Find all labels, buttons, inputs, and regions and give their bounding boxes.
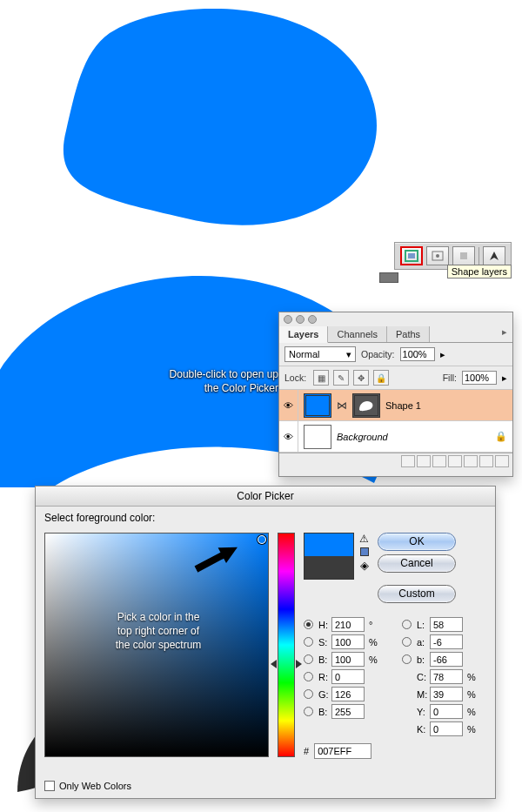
layer-name: Background [337, 432, 388, 442]
link-layers-button[interactable] [401, 455, 415, 467]
dialog-title: Color Picker [36, 487, 495, 507]
radio-s[interactable] [304, 637, 313, 647]
color-spectrum[interactable]: Pick a color in the top right corner of … [44, 533, 269, 757]
g-input[interactable] [331, 687, 365, 701]
visibility-toggle[interactable]: 👁 [279, 390, 298, 420]
s-input[interactable] [331, 634, 365, 649]
radio-l[interactable] [402, 620, 412, 629]
tab-channels[interactable]: Channels [328, 326, 386, 342]
current-color-swatch[interactable] [304, 556, 353, 579]
lock-icon: 🔒 [495, 431, 507, 442]
lock-position-button[interactable]: ✥ [353, 370, 369, 386]
tab-paths[interactable]: Paths [387, 326, 430, 342]
ok-button[interactable]: OK [378, 533, 456, 551]
layer-name: Shape 1 [385, 400, 421, 411]
panel-menu-icon[interactable]: ▸ [497, 326, 512, 342]
cancel-button[interactable]: Cancel [378, 554, 456, 573]
annotation-text: the Color Picker [204, 382, 278, 394]
lock-all-button[interactable]: 🔒 [373, 370, 389, 386]
lock-fill-row: Lock: ▦ ✎ ✥ 🔒 Fill: ▸ [279, 366, 512, 390]
new-group-button[interactable] [448, 455, 462, 467]
minimize-dot[interactable] [296, 315, 304, 324]
b2-input[interactable] [430, 652, 463, 667]
link-icon: ⋈ [337, 399, 347, 412]
close-dot[interactable] [284, 315, 292, 324]
h-input[interactable] [331, 617, 365, 632]
lock-label: Lock: [284, 372, 306, 383]
gamut-warning-icon[interactable]: ⚠ [359, 533, 369, 545]
tooltip: Shape layers [447, 265, 512, 278]
layer-thumb[interactable] [304, 425, 331, 449]
zoom-dot[interactable] [308, 315, 317, 324]
svg-rect-2 [408, 253, 415, 258]
annotation-text: Double-click to open up [170, 368, 278, 380]
opacity-input[interactable] [400, 347, 435, 361]
websafe-warning-icon[interactable]: ◈ [360, 559, 369, 572]
radio-b[interactable] [304, 654, 313, 664]
color-picker-dialog: Color Picker Select foreground color: Pi… [35, 486, 496, 799]
y-input[interactable] [430, 704, 463, 719]
visibility-toggle[interactable]: 👁 [279, 421, 298, 452]
layer-mask-button[interactable] [432, 455, 446, 467]
l-input[interactable] [430, 617, 463, 632]
k-input[interactable] [430, 721, 463, 736]
radio-r[interactable] [304, 672, 313, 681]
radio-b2[interactable] [402, 654, 412, 664]
delete-layer-button[interactable] [495, 455, 509, 467]
layers-panel: Layers Channels Paths ▸ Normal▾ Opacity:… [278, 312, 513, 477]
shape-layers-icon [405, 250, 418, 262]
radio-h[interactable] [304, 620, 313, 629]
color-swatch-small [379, 272, 398, 283]
layer-row[interactable]: 👁 Background 🔒 [279, 421, 512, 453]
adjustment-layer-button[interactable] [464, 455, 478, 467]
paths-mode-button[interactable] [426, 246, 449, 265]
lock-transparency-button[interactable]: ▦ [313, 370, 329, 386]
a-input[interactable] [430, 634, 463, 649]
layer-color-thumb[interactable] [304, 393, 331, 418]
bc-input[interactable] [331, 704, 365, 719]
web-colors-checkbox[interactable] [44, 781, 55, 791]
radio-g[interactable] [304, 689, 313, 699]
pen-tool-button[interactable] [483, 246, 505, 265]
opacity-flyout-icon[interactable]: ▸ [440, 349, 445, 360]
color-fields: H:° L: S:% a: B:% b: R: C:% G: M:% B: Y:… [304, 617, 486, 736]
c-input[interactable] [430, 669, 463, 684]
shape-layers-mode-button[interactable] [400, 246, 423, 265]
layer-list: 👁 ⋈ Shape 1 👁 Background 🔒 [279, 390, 512, 453]
annotation-double-click: Double-click to open up the Color Picker [113, 367, 278, 395]
layer-row[interactable]: 👁 ⋈ Shape 1 [279, 390, 512, 421]
blend-mode-select[interactable]: Normal▾ [284, 346, 356, 362]
mask-shape-icon [357, 398, 376, 413]
panel-footer [279, 453, 512, 468]
new-layer-button[interactable] [479, 455, 493, 467]
hue-slider[interactable] [278, 533, 295, 757]
fill-label: Fill: [443, 372, 457, 383]
custom-button[interactable]: Custom [378, 585, 456, 603]
svg-marker-6 [192, 540, 242, 577]
lock-image-button[interactable]: ✎ [333, 370, 349, 386]
hex-input[interactable] [314, 743, 371, 759]
paths-icon [431, 250, 445, 262]
hue-pointer-right [296, 660, 302, 668]
lock-icons: ▦ ✎ ✥ 🔒 [311, 370, 389, 386]
arrow-icon [191, 535, 245, 580]
radio-bc[interactable] [304, 707, 313, 716]
tab-layers[interactable]: Layers [279, 326, 328, 343]
fill-pixels-mode-button[interactable] [452, 246, 475, 265]
layer-mask-thumb[interactable] [352, 393, 380, 418]
pen-icon [488, 250, 500, 262]
fill-flyout-icon[interactable]: ▸ [502, 372, 507, 384]
spectrum-cursor [258, 535, 266, 544]
fill-pixels-icon [458, 250, 470, 262]
fill-input[interactable] [462, 371, 497, 385]
r-input[interactable] [331, 669, 365, 684]
dialog-subtitle: Select foreground color: [36, 507, 495, 524]
gamut-swatch[interactable] [360, 547, 369, 556]
layer-style-button[interactable] [417, 455, 431, 467]
m-input[interactable] [430, 687, 463, 701]
web-colors-row: Only Web Colors [36, 781, 495, 798]
opacity-label: Opacity: [361, 349, 395, 359]
bval-input[interactable] [331, 652, 365, 667]
new-color-swatch [304, 534, 353, 556]
radio-a[interactable] [402, 637, 412, 647]
